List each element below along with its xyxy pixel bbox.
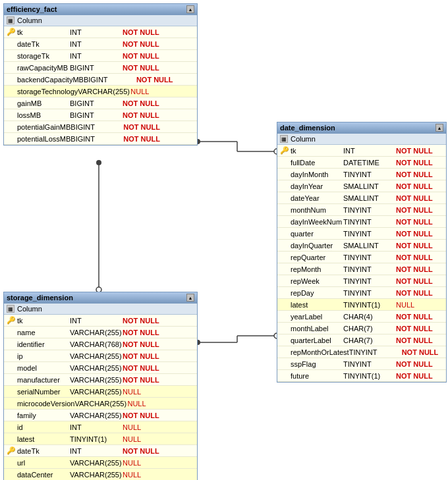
row-placeholder-icon <box>280 324 289 333</box>
storage-dimension-scroll-btn[interactable]: ▲ <box>186 294 194 302</box>
row-column-name: tk <box>291 147 343 155</box>
row-column-nullable: NOT NULL <box>123 352 159 360</box>
table-row: dayInWeekNumTINYINTNOT NULL <box>277 216 446 228</box>
date-dimension-scroll-btn[interactable]: ▲ <box>435 124 443 132</box>
row-column-type: INT <box>70 28 123 36</box>
row-placeholder-icon <box>280 277 289 286</box>
row-placeholder-icon <box>7 134 16 144</box>
row-column-type: TINYINT <box>343 277 396 285</box>
table-row: potentialLossMBBIGINTNOT NULL <box>4 133 197 145</box>
row-column-type: BIGINT <box>70 64 123 72</box>
row-placeholder-icon <box>7 352 16 361</box>
row-column-name: dayInQuarter <box>291 242 343 250</box>
row-column-type: VARCHAR(255) <box>70 471 123 479</box>
row-column-type: TINYINT(1) <box>343 372 396 380</box>
row-column-nullable: NOT NULL <box>123 52 159 60</box>
row-column-nullable: NOT NULL <box>396 313 433 321</box>
row-column-name: dayInMonth <box>291 171 343 178</box>
table-row: dateYearSMALLINTNOT NULL <box>277 192 446 204</box>
row-column-type: VARCHAR(255) <box>70 459 123 467</box>
row-placeholder-icon <box>280 265 289 274</box>
row-placeholder-icon <box>7 399 16 408</box>
row-placeholder-icon <box>7 63 16 72</box>
row-column-nullable: NOT NULL <box>123 64 159 72</box>
row-column-type: INT <box>70 447 123 455</box>
date-dimension-table: date_dimension ▲ ▦ Column 🔑tkINTNOT NULL… <box>277 122 447 383</box>
row-column-nullable: NOT NULL <box>396 206 433 214</box>
efficiency-fact-col-header: ▦ Column <box>4 15 197 26</box>
row-column-nullable: NULL <box>123 435 141 443</box>
row-placeholder-icon <box>7 87 16 96</box>
table-row: storageTkINTNOT NULL <box>4 50 197 62</box>
row-placeholder-icon <box>7 99 16 108</box>
row-column-name: dayInWeekNum <box>291 218 343 226</box>
row-column-type: VARCHAR(255) <box>70 329 123 336</box>
row-column-nullable: NOT NULL <box>123 135 160 143</box>
row-column-type: VARCHAR(255) <box>70 376 123 384</box>
row-placeholder-icon <box>280 205 289 215</box>
row-column-type: TINYINT <box>343 265 396 273</box>
row-column-nullable: NOT NULL <box>396 218 433 226</box>
row-placeholder-icon <box>280 241 289 250</box>
table-row: potentialGainMBBIGINTNOT NULL <box>4 121 197 133</box>
row-column-name: dateTk <box>17 447 70 455</box>
row-column-name: latest <box>17 435 70 443</box>
row-column-name: lossMB <box>17 111 70 119</box>
row-column-nullable: NULL <box>123 423 141 431</box>
table-row: backendCapacityMBBIGINTNOT NULL <box>4 74 197 86</box>
row-placeholder-icon <box>280 182 289 191</box>
row-column-name: dateYear <box>291 194 343 202</box>
row-column-type: DATETIME <box>343 159 396 167</box>
row-column-name: id <box>17 423 70 431</box>
row-placeholder-icon <box>7 40 16 49</box>
table-row: manufacturerVARCHAR(255)NOT NULL <box>4 374 197 386</box>
row-column-name: rawCapacityMB <box>17 64 70 72</box>
row-column-name: ip <box>17 352 70 360</box>
row-column-nullable: NOT NULL <box>123 40 159 48</box>
row-column-type: INT <box>70 40 123 48</box>
storage-dimension-titlebar: storage_dimension ▲ <box>4 292 197 304</box>
row-placeholder-icon <box>7 340 16 349</box>
row-placeholder-icon <box>280 371 289 381</box>
row-placeholder-icon <box>7 470 16 479</box>
row-column-name: gainMB <box>17 99 70 107</box>
storage-dimension-col-label: Column <box>17 305 42 313</box>
row-column-type: VARCHAR(255) <box>78 88 130 95</box>
column-grid-icon: ▦ <box>7 16 14 24</box>
row-column-name: fullDate <box>291 159 343 167</box>
row-column-name: serialNumber <box>17 388 70 396</box>
row-column-nullable: NOT NULL <box>396 360 433 368</box>
row-column-nullable: NOT NULL <box>396 289 433 297</box>
table-row: urlVARCHAR(255)NULL <box>4 457 197 469</box>
table-row: quarterTINYINTNOT NULL <box>277 228 446 240</box>
efficiency-fact-scroll-btn[interactable]: ▲ <box>186 5 194 13</box>
row-column-name: manufacturer <box>17 376 70 384</box>
row-column-name: quarterLabel <box>291 336 343 344</box>
row-column-name: repWeek <box>291 277 343 285</box>
row-column-name: storageTechnology <box>17 88 78 95</box>
table-row: dataCenterVARCHAR(255)NULL <box>4 469 197 480</box>
row-column-name: dataCenter <box>17 471 70 479</box>
table-row: yearLabelCHAR(4)NOT NULL <box>277 311 446 323</box>
efficiency-fact-col-label: Column <box>17 16 42 24</box>
row-column-name: repMonth <box>291 265 343 273</box>
row-column-nullable: NOT NULL <box>123 329 159 336</box>
row-column-type: VARCHAR(255) <box>70 364 123 372</box>
table-row: monthNumTINYINTNOT NULL <box>277 204 446 216</box>
row-column-name: potentialGainMB <box>17 123 70 131</box>
row-column-type: TINYINT <box>343 218 396 226</box>
row-column-type: BIGINT <box>70 99 123 107</box>
row-placeholder-icon <box>7 458 16 467</box>
row-column-name: dayInYear <box>291 182 343 190</box>
row-column-nullable: NOT NULL <box>402 348 439 356</box>
table-row: identifierVARCHAR(768)NOT NULL <box>4 338 197 350</box>
table-row: gainMBBIGINTNOT NULL <box>4 97 197 109</box>
row-column-nullable: NOT NULL <box>396 277 433 285</box>
row-placeholder-icon <box>280 170 289 179</box>
row-column-nullable: NULL <box>123 388 141 396</box>
row-column-type: TINYINT(1) <box>343 301 396 309</box>
row-placeholder-icon <box>280 312 289 321</box>
row-column-nullable: NOT NULL <box>123 364 159 372</box>
date-dimension-titlebar: date_dimension ▲ <box>277 122 446 134</box>
row-column-name: model <box>17 364 70 372</box>
